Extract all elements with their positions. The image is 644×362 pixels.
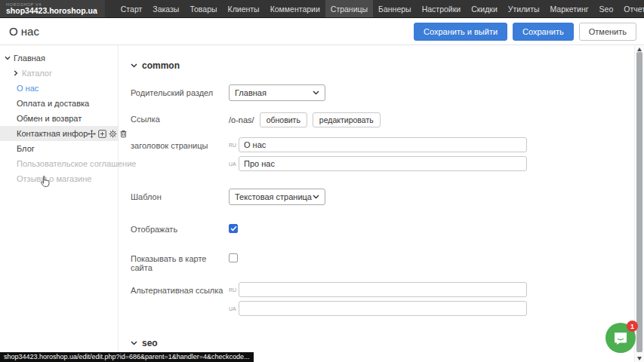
menu-item-settings[interactable]: Настройки xyxy=(417,0,467,17)
chat-widget-button[interactable]: 1 xyxy=(605,323,636,353)
section-seo-toggle[interactable]: seo xyxy=(131,338,627,348)
chevron-down-icon xyxy=(313,195,319,199)
lang-tag-ru: RU xyxy=(229,287,239,293)
header-buttons: Сохранить и выйти Сохранить Отменить xyxy=(414,23,636,41)
parent-section-select[interactable]: Главная xyxy=(229,84,325,101)
page-title-ua-input[interactable] xyxy=(239,156,527,171)
tree-item-oplata-i-dostavka[interactable]: Оплата и доставка xyxy=(0,96,118,111)
select-value: Текстовая страница xyxy=(235,192,312,201)
vertical-scrollbar xyxy=(634,46,644,362)
tree-item-label: Блог xyxy=(17,144,35,153)
menu-item-marketing[interactable]: Маркетинг xyxy=(545,0,594,17)
scroll-up-arrow[interactable] xyxy=(637,48,642,51)
menu-item-discounts[interactable]: Скидки xyxy=(466,0,503,17)
menu-item-banners[interactable]: Баннеры xyxy=(373,0,417,17)
cancel-button[interactable]: Отменить xyxy=(579,23,636,41)
chevron-right-icon[interactable] xyxy=(12,70,20,76)
tree-item-label: О нас xyxy=(17,84,39,93)
chevron-down-icon[interactable] xyxy=(4,56,11,60)
save-and-exit-button[interactable]: Сохранить и выйти xyxy=(414,23,507,41)
tree-item-label: Каталог xyxy=(22,69,52,78)
menu-item-clients[interactable]: Клиенты xyxy=(223,0,265,17)
section-common-title: common xyxy=(142,60,180,71)
menu-item-start[interactable]: Старт xyxy=(116,0,148,17)
section-common-toggle[interactable]: common xyxy=(131,60,627,71)
tree-item-polzovatelskoe-soglashenie[interactable]: Пользовательское соглашение xyxy=(0,156,118,171)
field-label: Ссылка xyxy=(131,111,229,127)
gear-icon[interactable] xyxy=(109,130,117,138)
scrollbar-thumb[interactable] xyxy=(636,52,642,352)
chevron-down-icon xyxy=(131,341,137,345)
tree-item-label: Главная xyxy=(14,54,45,63)
chat-unread-badge: 1 xyxy=(627,321,638,332)
move-icon[interactable] xyxy=(88,130,96,138)
menu-item-reports[interactable]: Отчеты xyxy=(618,0,644,17)
tree-item-blog[interactable]: Блог xyxy=(0,141,118,156)
chevron-down-icon xyxy=(313,90,319,95)
browser-status-url: shop34423.horoshop.ua/edit/edit.php?id=6… xyxy=(0,352,254,362)
save-button[interactable]: Сохранить xyxy=(513,23,574,41)
field-label: заголовок страницы xyxy=(131,137,229,175)
field-link: Ссылка /o-nas/ обновить редактировать xyxy=(131,111,627,127)
menu-item-utilities[interactable]: Утилиты xyxy=(503,0,545,17)
field-display: Отображать xyxy=(131,221,627,235)
template-select[interactable]: Текстовая страница xyxy=(229,189,325,205)
tree-item-label: Контактная инфор xyxy=(17,129,88,138)
field-label: Альтернативная ссылка xyxy=(131,282,229,320)
field-sitemap: Показывать в карте сайта xyxy=(131,250,627,272)
field-alt-link: Альтернативная ссылка RU UA xyxy=(131,282,627,320)
tree-item-kontaktnaya-informatsiya[interactable]: Контактная инфор xyxy=(0,126,118,141)
field-label: Родительский раздел xyxy=(131,84,229,101)
topbar-menu: Старт Заказы Товары Клиенты Комментарии … xyxy=(116,0,644,17)
app-window: HOROSHOP V4 shop34423.horoshop.ua Старт … xyxy=(0,0,644,362)
menu-item-products[interactable]: Товары xyxy=(184,0,222,17)
page-header: О нас Сохранить и выйти Сохранить Отмени… xyxy=(0,18,644,45)
add-page-icon[interactable] xyxy=(98,130,106,138)
tree-item-otzyvy-o-magazine[interactable]: Отзывы о магазине xyxy=(0,171,118,186)
field-page-title: заголовок страницы RU UA xyxy=(131,137,627,175)
menu-item-seo[interactable]: Seo xyxy=(594,0,619,17)
tree-item-obmen-i-vozvrat[interactable]: Обмен и возврат xyxy=(0,111,118,126)
menu-item-comments[interactable]: Комментарии xyxy=(265,0,325,17)
pages-tree-sidebar: Главная Каталог О нас Оплата и доставка … xyxy=(0,45,119,361)
tree-item-label: Отзывы о магазине xyxy=(17,174,91,183)
topbar: HOROSHOP V4 shop34423.horoshop.ua Старт … xyxy=(0,0,644,18)
field-template: Шаблон Текстовая страница xyxy=(131,189,627,205)
chevron-down-icon xyxy=(131,63,137,68)
tree-item-label: Оплата и доставка xyxy=(17,99,89,108)
page-title: О нас xyxy=(9,25,39,38)
section-seo-title: seo xyxy=(142,338,158,348)
select-value: Главная xyxy=(235,88,267,97)
horoshop-logo[interactable]: HOROSHOP V4 shop34423.horoshop.ua xyxy=(0,0,105,17)
menu-item-pages[interactable]: Страницы xyxy=(325,0,373,17)
alt-link-ru-input[interactable] xyxy=(239,282,527,297)
page-edit-form: common Родительский раздел Главная Ссылк… xyxy=(119,45,644,361)
menu-item-orders[interactable]: Заказы xyxy=(147,0,184,17)
tree-item-glavnaya[interactable]: Главная xyxy=(0,51,118,66)
page-title-ru-input[interactable] xyxy=(239,137,527,152)
lang-tag-ru: RU xyxy=(229,143,239,148)
lang-tag-ua: UA xyxy=(229,306,239,311)
tree-item-o-nas[interactable]: О нас xyxy=(0,81,118,96)
lang-tag-ua: UA xyxy=(229,161,239,167)
shop-domain-label: shop34423.horoshop.ua xyxy=(6,7,97,15)
field-label: Отображать xyxy=(131,221,229,235)
display-checkbox[interactable] xyxy=(229,224,238,233)
link-update-button[interactable]: обновить xyxy=(260,112,307,127)
field-label: Показывать в карте сайта xyxy=(131,250,229,272)
tree-item-katalog[interactable]: Каталог xyxy=(0,66,118,81)
link-value: /o-nas/ xyxy=(229,115,254,124)
tree-item-label: Обмен и возврат xyxy=(17,114,82,123)
sitemap-checkbox[interactable] xyxy=(229,253,238,262)
alt-link-ua-input[interactable] xyxy=(239,301,527,316)
field-label: Шаблон xyxy=(131,189,229,205)
link-edit-button[interactable]: редактировать xyxy=(313,112,381,127)
field-parent-section: Родительский раздел Главная xyxy=(131,84,627,101)
scroll-down-arrow[interactable] xyxy=(637,357,642,360)
